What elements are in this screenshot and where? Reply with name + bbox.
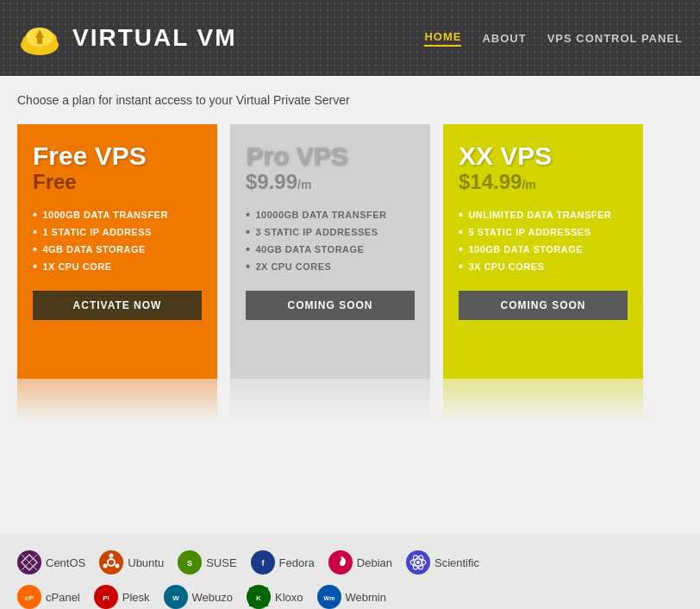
os-scientific: Scientific	[406, 550, 479, 574]
svg-text:Pl: Pl	[103, 594, 109, 602]
svg-point-23	[416, 561, 420, 564]
svg-point-13	[103, 564, 108, 568]
feature-item: 1 STATIC IP ADDRESS	[33, 223, 202, 241]
debian-label: Debian	[357, 556, 392, 569]
main-nav: HOME ABOUT VPS CONTROL PANEL	[424, 30, 683, 47]
tool-webuzo: W Webuzo	[164, 585, 233, 609]
feature-item: 2X CPU CORES	[246, 258, 415, 275]
svg-point-12	[116, 564, 120, 568]
feature-item: 5 STATIC IP ADDRESSES	[459, 223, 628, 241]
xx-reflection	[443, 379, 643, 422]
plan-xx-price: $14.99/m	[459, 170, 628, 194]
plan-pro-price: $9.99/m	[246, 170, 415, 194]
debian-icon	[328, 550, 353, 574]
svg-point-11	[109, 554, 114, 558]
suse-label: SUSE	[206, 556, 236, 569]
feature-item: 1X CPU CORE	[33, 258, 202, 275]
plan-xx-title: XX VPS	[459, 141, 628, 170]
suse-icon: S	[178, 550, 202, 574]
tool-cpanel: cP cPanel	[17, 585, 80, 609]
main-content: Choose a plan for instant access to your…	[0, 76, 700, 533]
tool-webmin: Wm Webmin	[317, 585, 386, 609]
reflections-row	[17, 379, 683, 422]
tools-logos-row: cP cPanel Pl Plesk W Webuzo K Kloxo Wm	[17, 585, 683, 609]
cpanel-label: cPanel	[46, 591, 80, 604]
bottom-section: CentOS Ubuntu S SUSE f Fedora Debian	[0, 533, 700, 609]
plan-pro: Pro VPS $9.99/m 10000GB DATA TRANSFER 3 …	[230, 124, 430, 379]
svg-text:cP: cP	[25, 594, 34, 602]
svg-rect-5	[37, 37, 42, 44]
feature-item: UNLIMITED DATA TRANSFER	[459, 206, 628, 223]
svg-text:K: K	[256, 594, 261, 602]
free-reflection	[17, 379, 217, 422]
tool-kloxo: K Kloxo	[247, 585, 303, 609]
centos-icon	[17, 550, 41, 574]
webuzo-icon: W	[164, 585, 188, 609]
os-suse: S SUSE	[178, 550, 236, 574]
centos-label: CentOS	[46, 556, 85, 569]
plan-free-title: Free VPS	[33, 141, 202, 170]
webuzo-label: Webuzo	[192, 591, 233, 604]
scientific-label: Scientific	[434, 556, 479, 569]
nav-about[interactable]: ABOUT	[482, 32, 526, 45]
plesk-label: Plesk	[122, 591, 150, 604]
svg-text:Wm: Wm	[323, 595, 334, 601]
plan-free-price: Free	[33, 170, 202, 194]
feature-item: 3X CPU CORES	[459, 258, 628, 275]
kloxo-icon: K	[247, 585, 271, 609]
plans-row: Free VPS Free 1000GB DATA TRANSFER 1 STA…	[17, 124, 683, 379]
plan-free-features: 1000GB DATA TRANSFER 1 STATIC IP ADDRESS…	[33, 206, 202, 275]
fedora-label: Fedora	[279, 556, 315, 569]
tool-plesk: Pl Plesk	[94, 585, 150, 609]
feature-item: 4GB DATA STORAGE	[33, 241, 202, 258]
svg-text:W: W	[172, 594, 179, 602]
webmin-icon: Wm	[317, 585, 341, 609]
svg-text:S: S	[187, 559, 192, 568]
logo-icon	[17, 16, 62, 60]
os-debian: Debian	[328, 550, 392, 574]
plan-free: Free VPS Free 1000GB DATA TRANSFER 1 STA…	[17, 124, 217, 379]
plan-pro-title: Pro VPS	[246, 141, 415, 170]
feature-item: 40GB DATA STORAGE	[246, 241, 415, 258]
logo-text: VIRTUAL VM	[72, 24, 237, 52]
xx-coming-soon-button[interactable]: COMING SOON	[459, 291, 628, 320]
os-fedora: f Fedora	[251, 550, 315, 574]
nav-vps-control[interactable]: VPS CONTROL PANEL	[547, 32, 683, 45]
feature-item: 100GB DATA STORAGE	[459, 241, 628, 258]
os-centos: CentOS	[17, 550, 85, 574]
header: VIRTUAL VM HOME ABOUT VPS CONTROL PANEL	[0, 0, 700, 76]
fedora-icon: f	[251, 550, 275, 574]
pro-reflection	[230, 379, 430, 422]
pro-coming-soon-button[interactable]: COMING SOON	[246, 291, 415, 320]
os-ubuntu: Ubuntu	[99, 550, 164, 574]
plan-xx-features: UNLIMITED DATA TRANSFER 5 STATIC IP ADDR…	[459, 206, 628, 275]
scientific-icon	[406, 550, 430, 574]
plesk-icon: Pl	[94, 585, 118, 609]
feature-item: 1000GB DATA TRANSFER	[33, 206, 202, 223]
plan-xx: XX VPS $14.99/m UNLIMITED DATA TRANSFER …	[443, 124, 643, 379]
os-logos-row: CentOS Ubuntu S SUSE f Fedora Debian	[17, 550, 683, 574]
feature-item: 10000GB DATA TRANSFER	[246, 206, 415, 223]
ubuntu-icon	[99, 550, 123, 574]
ubuntu-label: Ubuntu	[128, 556, 164, 569]
webmin-label: Webmin	[346, 591, 386, 604]
kloxo-label: Kloxo	[275, 591, 303, 604]
nav-home[interactable]: HOME	[424, 30, 461, 47]
plan-pro-features: 10000GB DATA TRANSFER 3 STATIC IP ADDRES…	[246, 206, 415, 275]
cpanel-icon: cP	[17, 585, 41, 609]
feature-item: 3 STATIC IP ADDRESSES	[246, 223, 415, 241]
logo-area: VIRTUAL VM	[17, 16, 237, 60]
activate-now-button[interactable]: ACTIVATE NOW	[33, 291, 202, 320]
tagline: Choose a plan for instant access to your…	[17, 93, 683, 107]
